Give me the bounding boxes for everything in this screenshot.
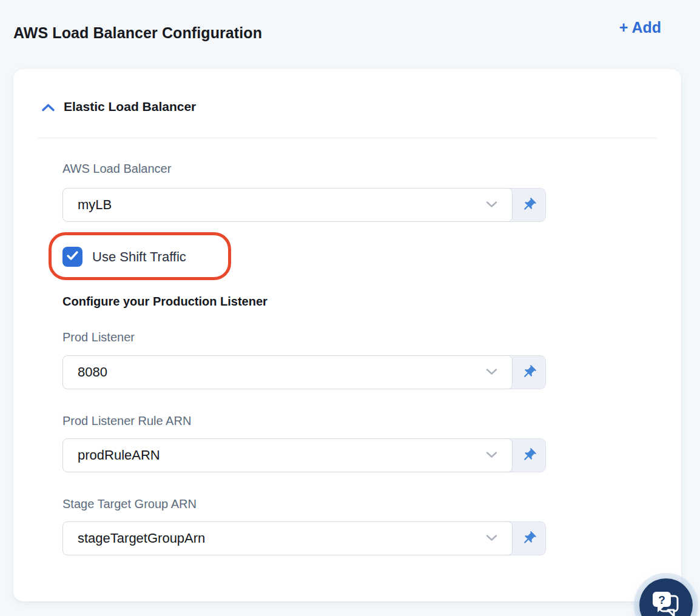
prod-listener-value: 8080 — [78, 364, 107, 380]
config-card: Elastic Load Balancer AWS Load Balancer … — [13, 69, 681, 601]
pin-icon[interactable] — [513, 439, 545, 472]
prod-rule-arn-value: prodRuleARN — [78, 447, 160, 463]
prod-rule-arn-select[interactable]: prodRuleARN — [62, 438, 513, 472]
production-listener-subheading: Configure your Production Listener — [62, 295, 268, 309]
chevron-down-icon — [486, 450, 497, 461]
chevron-down-icon — [486, 367, 497, 378]
stage-tg-arn-select[interactable]: stageTargetGroupArn — [62, 521, 513, 555]
use-shift-traffic-checkbox[interactable]: Use Shift Traffic — [62, 247, 186, 267]
svg-text:?: ? — [658, 593, 665, 606]
prod-listener-select[interactable]: 8080 — [62, 355, 513, 389]
chevron-up-icon[interactable] — [41, 103, 55, 112]
pin-icon[interactable] — [513, 522, 545, 555]
check-icon — [66, 250, 79, 263]
add-button[interactable]: + Add — [619, 19, 661, 36]
stage-tg-arn-value: stageTargetGroupArn — [78, 531, 205, 546]
chevron-down-icon — [486, 199, 497, 210]
aws-lb-field-group: myLB — [62, 188, 546, 222]
aws-lb-select[interactable]: myLB — [62, 188, 513, 222]
prod-listener-label: Prod Listener — [62, 330, 135, 344]
checkbox-box[interactable] — [62, 247, 82, 267]
pin-icon[interactable] — [513, 356, 545, 389]
section-divider — [38, 138, 657, 138]
chat-question-icon: ? — [651, 591, 681, 616]
prod-rule-arn-field-group: prodRuleARN — [62, 438, 546, 472]
aws-lb-label: AWS Load Balancer — [62, 162, 171, 176]
aws-lb-value: myLB — [78, 197, 112, 213]
checkbox-label: Use Shift Traffic — [92, 249, 186, 265]
stage-tg-arn-field-group: stageTargetGroupArn — [62, 521, 546, 555]
section-header-elastic-load-balancer[interactable]: Elastic Load Balancer — [41, 99, 196, 114]
prod-listener-field-group: 8080 — [62, 355, 546, 389]
prod-rule-arn-label: Prod Listener Rule ARN — [62, 414, 191, 428]
section-title: Elastic Load Balancer — [64, 99, 196, 114]
pin-icon[interactable] — [513, 189, 545, 221]
page-title: AWS Load Balancer Configuration — [13, 24, 262, 42]
stage-tg-arn-label: Stage Target Group ARN — [62, 497, 197, 511]
chevron-down-icon — [486, 533, 497, 544]
